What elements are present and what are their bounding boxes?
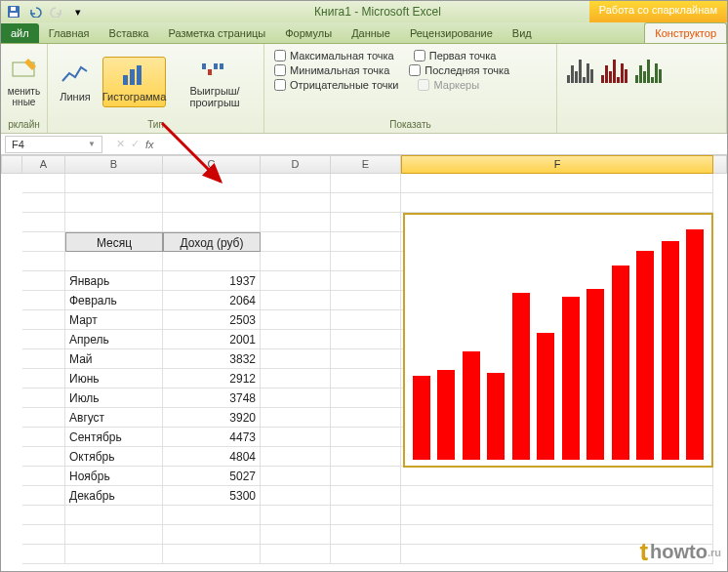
name-box[interactable]: F4▼ bbox=[5, 136, 102, 153]
fx-icon[interactable]: fx bbox=[145, 139, 154, 150]
cell[interactable] bbox=[261, 467, 331, 486]
qat-dropdown-icon[interactable]: ▾ bbox=[69, 3, 87, 20]
table-cell-value[interactable]: 5300 bbox=[163, 486, 261, 506]
cell[interactable] bbox=[401, 193, 713, 213]
table-cell-value[interactable]: 2001 bbox=[163, 330, 261, 349]
table-cell-month[interactable]: Май bbox=[65, 349, 163, 369]
cell[interactable] bbox=[65, 213, 163, 232]
table-cell-value[interactable]: 2064 bbox=[163, 291, 261, 310]
edit-data-button[interactable]: менить нные bbox=[1, 53, 48, 111]
column-button[interactable]: Гистограмма bbox=[102, 57, 166, 107]
cell[interactable] bbox=[261, 525, 331, 545]
cell[interactable] bbox=[65, 174, 163, 193]
cell[interactable] bbox=[331, 525, 401, 545]
cell[interactable] bbox=[261, 213, 331, 232]
redo-icon[interactable] bbox=[48, 3, 65, 20]
column-headers[interactable]: A B C D E F bbox=[1, 155, 727, 174]
cell[interactable] bbox=[22, 193, 65, 213]
check-last[interactable]: Последняя точка bbox=[409, 64, 509, 76]
cell[interactable] bbox=[22, 506, 65, 525]
cell[interactable] bbox=[261, 193, 331, 213]
cell[interactable] bbox=[331, 291, 401, 310]
cell[interactable] bbox=[331, 408, 401, 428]
cell[interactable] bbox=[22, 447, 65, 467]
table-header-month[interactable]: Месяц bbox=[65, 232, 163, 252]
line-button[interactable]: Линия bbox=[52, 58, 99, 106]
cell[interactable] bbox=[163, 193, 261, 213]
chevron-down-icon[interactable]: ▼ bbox=[88, 140, 96, 148]
table-cell-month[interactable]: Декабрь bbox=[65, 486, 163, 506]
tab-view[interactable]: Вид bbox=[503, 23, 542, 43]
cell[interactable] bbox=[261, 291, 331, 310]
table-cell-month[interactable]: Январь bbox=[65, 271, 163, 291]
cell[interactable] bbox=[331, 252, 401, 271]
cancel-icon[interactable]: ✕ bbox=[116, 138, 125, 150]
cell[interactable] bbox=[22, 408, 65, 428]
cell[interactable] bbox=[22, 252, 65, 271]
cell[interactable] bbox=[331, 310, 401, 330]
tab-pagelayout[interactable]: Разметка страницы bbox=[158, 23, 275, 43]
cell[interactable] bbox=[401, 174, 713, 193]
cell[interactable] bbox=[261, 252, 331, 271]
tab-design[interactable]: Конструктор bbox=[644, 22, 727, 43]
cell[interactable] bbox=[261, 174, 331, 193]
cell[interactable] bbox=[331, 545, 401, 564]
undo-icon[interactable] bbox=[26, 3, 44, 20]
table-cell-value[interactable]: 3748 bbox=[163, 388, 261, 408]
cell[interactable] bbox=[22, 271, 65, 291]
cell[interactable] bbox=[22, 232, 65, 252]
cell[interactable] bbox=[331, 447, 401, 467]
cell[interactable] bbox=[331, 388, 401, 408]
cell[interactable] bbox=[261, 330, 331, 349]
cell[interactable] bbox=[331, 486, 401, 506]
cell[interactable] bbox=[261, 369, 331, 388]
cell[interactable] bbox=[22, 388, 65, 408]
table-cell-value[interactable]: 1937 bbox=[163, 271, 261, 291]
cell[interactable] bbox=[65, 525, 163, 545]
worksheet[interactable]: A B C D E F МесяцДоход (руб)Январь1937Фе… bbox=[1, 155, 727, 174]
tab-data[interactable]: Данные bbox=[342, 23, 400, 43]
winloss-button[interactable]: Выигрыш/проигрыш bbox=[170, 52, 260, 112]
tab-file[interactable]: айл bbox=[1, 23, 39, 43]
table-cell-month[interactable]: Июль bbox=[65, 388, 163, 408]
check-first[interactable]: Первая точка bbox=[414, 50, 497, 61]
cell[interactable] bbox=[261, 310, 331, 330]
cell[interactable] bbox=[65, 545, 163, 564]
cell[interactable] bbox=[261, 486, 331, 506]
cell[interactable] bbox=[261, 447, 331, 467]
cell[interactable] bbox=[401, 467, 713, 486]
cell[interactable] bbox=[261, 232, 331, 252]
table-cell-month[interactable]: Август bbox=[65, 408, 163, 428]
table-cell-value[interactable]: 5027 bbox=[163, 467, 261, 486]
cell[interactable] bbox=[22, 545, 65, 564]
cell[interactable] bbox=[331, 330, 401, 349]
tab-insert[interactable]: Вставка bbox=[100, 23, 159, 43]
table-cell-value[interactable]: 2503 bbox=[163, 310, 261, 330]
cell[interactable] bbox=[331, 213, 401, 232]
cell[interactable] bbox=[261, 545, 331, 564]
cell[interactable] bbox=[22, 174, 65, 193]
table-cell-month[interactable]: Апрель bbox=[65, 330, 163, 349]
cell[interactable] bbox=[331, 232, 401, 252]
cell[interactable] bbox=[22, 330, 65, 349]
table-cell-month[interactable]: Октябрь bbox=[65, 447, 163, 467]
cell[interactable] bbox=[261, 408, 331, 428]
tab-formulas[interactable]: Формулы bbox=[275, 23, 342, 43]
cell[interactable] bbox=[163, 213, 261, 232]
check-neg[interactable]: Отрицательные точки bbox=[274, 79, 398, 91]
cell[interactable] bbox=[331, 174, 401, 193]
table-cell-month[interactable]: Ноябрь bbox=[65, 467, 163, 486]
cell[interactable] bbox=[163, 525, 261, 545]
cell[interactable] bbox=[163, 174, 261, 193]
enter-icon[interactable]: ✓ bbox=[131, 138, 140, 150]
cell[interactable] bbox=[331, 349, 401, 369]
cell[interactable] bbox=[22, 369, 65, 388]
table-cell-value[interactable]: 4804 bbox=[163, 447, 261, 467]
cell[interactable] bbox=[65, 506, 163, 525]
cell[interactable] bbox=[22, 291, 65, 310]
cell[interactable] bbox=[331, 506, 401, 525]
table-cell-month[interactable]: Февраль bbox=[65, 291, 163, 310]
cell[interactable] bbox=[401, 506, 713, 525]
cell[interactable] bbox=[22, 525, 65, 545]
cell[interactable] bbox=[261, 388, 331, 408]
